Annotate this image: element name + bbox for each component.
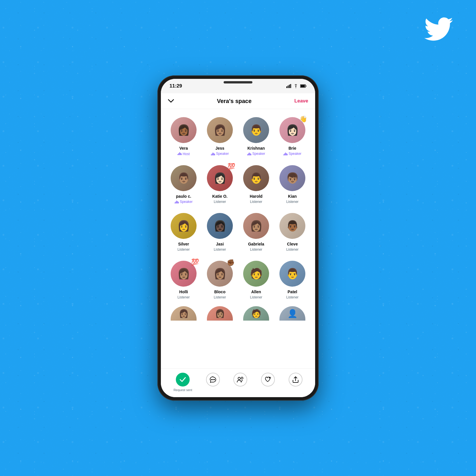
krishnan-avatar-container: 👨 [243, 117, 269, 143]
svg-rect-14 [212, 153, 212, 155]
participant-jess[interactable]: 👩🏽 Jess Speaker [202, 115, 238, 158]
allen-name: Allen [251, 290, 261, 294]
svg-point-4 [296, 87, 296, 88]
participant-allen[interactable]: 🧑 Allen Listener [238, 258, 274, 302]
svg-rect-15 [213, 153, 213, 155]
participant-patel[interactable]: 👨 Patel Listener [274, 258, 311, 302]
patel-name: Patel [287, 290, 297, 294]
svg-rect-13 [211, 154, 212, 155]
krishnan-avatar: 👨 [243, 117, 269, 143]
jasi-role: Listener [214, 247, 226, 252]
participant-paulo[interactable]: 👨🏽 paulo c. Speaker [165, 163, 202, 206]
battery-icon [300, 84, 306, 88]
request-sent-icon [176, 373, 190, 386]
participant-holli[interactable]: 👩🏽 💯 Holli Listener [165, 258, 202, 302]
participant-krishnan[interactable]: 👨 Krishnan Speaker [238, 115, 274, 158]
people-button[interactable] [233, 373, 247, 386]
harold-name: Harold [250, 194, 262, 199]
holli-badge: 💯 [191, 258, 199, 266]
svg-rect-17 [214, 154, 215, 155]
holli-role: Listener [178, 295, 190, 299]
svg-rect-18 [247, 154, 248, 155]
kian-avatar-container: 👦🏽 [279, 165, 305, 191]
status-icons [286, 84, 306, 88]
gabriela-name: Gabriela [248, 242, 264, 246]
paulo-mic-icon [175, 200, 179, 203]
krishnan-mic-icon [247, 152, 251, 155]
gabriela-role: Listener [250, 247, 262, 252]
silver-avatar: 👩 [171, 213, 197, 239]
participant-kian[interactable]: 👦🏽 Kian Listener [274, 163, 311, 206]
cleve-role: Listener [286, 247, 299, 252]
participant-gabriela[interactable]: 👩🏽 Gabriela Listener [238, 211, 274, 254]
patel-avatar: 👨 [279, 261, 305, 287]
vera-name: Vera [179, 146, 188, 151]
partial-row: 👩🏽 👩🏽 🧑 👤 [165, 304, 311, 323]
cleve-name: Cleve [287, 242, 298, 246]
space-title: Vera's space [217, 98, 252, 104]
partial-avatar-3: 🧑 [238, 304, 274, 323]
participant-cleve[interactable]: 👨🏾 Cleve Listener [274, 211, 311, 254]
svg-rect-21 [250, 153, 250, 155]
participant-silver[interactable]: 👩 Silver Listener [165, 211, 202, 254]
participant-jasi[interactable]: 👩🏿 Jasi Listener [202, 211, 238, 254]
svg-point-33 [211, 379, 212, 380]
kian-avatar: 👦🏽 [279, 165, 305, 191]
wifi-icon [293, 84, 298, 88]
bottom-toolbar: Request sent [161, 368, 315, 397]
vera-avatar-container: 👩🏾 [171, 117, 197, 143]
svg-rect-31 [177, 201, 178, 203]
heart-follow-button[interactable] [261, 373, 275, 386]
bloco-name: Bloco [214, 290, 226, 294]
app-header: Vera's space Leave [161, 93, 315, 109]
request-sent-button[interactable]: Request sent [174, 373, 192, 392]
svg-rect-6 [301, 85, 305, 87]
bloco-badge: ✊🏾 [227, 259, 235, 266]
harold-role: Listener [250, 200, 262, 204]
svg-point-36 [238, 377, 240, 380]
katie-avatar-container: 👩🏻 💯 [207, 165, 233, 191]
allen-avatar-container: 🧑 [243, 261, 269, 287]
svg-rect-0 [286, 86, 287, 88]
gabriela-avatar: 👩🏽 [243, 213, 269, 239]
vera-mic-icon [178, 152, 182, 156]
share-button[interactable] [289, 373, 302, 386]
share-icon [289, 373, 302, 386]
partial-avatar-4: 👤 [274, 304, 311, 323]
leave-button[interactable]: Leave [294, 98, 308, 104]
messages-icon [206, 373, 220, 386]
brie-role: Speaker [283, 152, 302, 156]
paulo-role: Speaker [175, 200, 193, 204]
request-sent-label: Request sent [174, 388, 192, 392]
people-icon [233, 373, 247, 386]
brie-badge: 👋 [299, 115, 307, 123]
participant-vera[interactable]: 👩🏾 Vera Host [165, 115, 202, 158]
phone-screen: 11:29 [161, 79, 315, 397]
collapse-button[interactable] [168, 97, 174, 105]
partial-avatar-1: 👩🏽 [165, 304, 202, 323]
svg-rect-32 [178, 202, 179, 203]
participant-bloco[interactable]: 👩🏽 ✊🏾 Bloco Listener [202, 258, 238, 302]
svg-rect-10 [179, 152, 180, 155]
svg-rect-19 [248, 153, 249, 155]
svg-rect-26 [286, 153, 287, 155]
katie-badge: 💯 [227, 163, 235, 170]
signal-icon [286, 84, 292, 88]
participant-brie[interactable]: 👩🏻 👋 Brie Speaker [274, 115, 311, 158]
jasi-avatar-container: 👩🏿 [207, 213, 233, 239]
svg-point-34 [212, 379, 214, 380]
svg-rect-11 [180, 153, 181, 155]
status-time: 11:29 [170, 83, 182, 89]
vera-avatar: 👩🏾 [171, 117, 197, 143]
paulo-avatar: 👨🏽 [171, 165, 197, 191]
twitter-logo [424, 17, 453, 41]
jess-mic-icon [211, 152, 215, 155]
participant-harold[interactable]: 👨 Harold Listener [238, 163, 274, 206]
svg-rect-22 [251, 154, 251, 155]
messages-button[interactable] [206, 373, 220, 386]
svg-rect-29 [176, 201, 176, 203]
brie-avatar-container: 👩🏻 👋 [279, 117, 305, 143]
gabriela-avatar-container: 👩🏽 [243, 213, 269, 239]
allen-role: Listener [250, 295, 262, 299]
participant-katie[interactable]: 👩🏻 💯 Katie O. Listener [202, 163, 238, 206]
